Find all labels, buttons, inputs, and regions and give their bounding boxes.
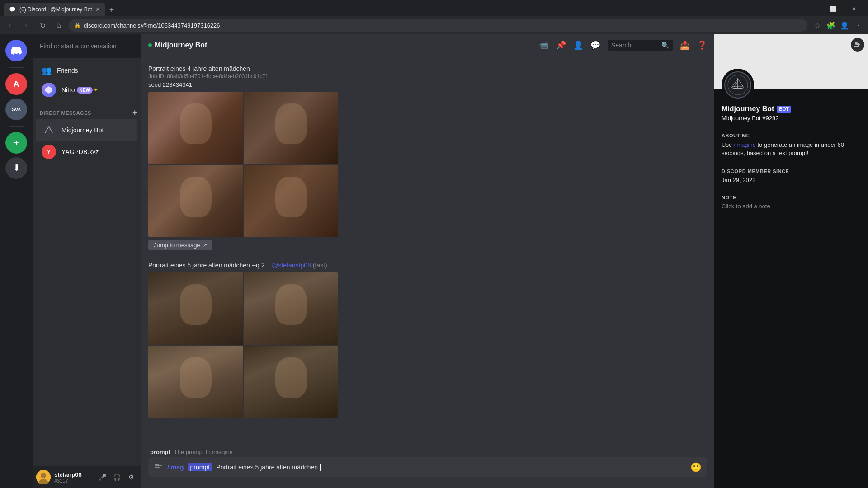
yagpdb-name: YAGPDB.xyz (61, 148, 99, 155)
top-bar: Midjourney Bot 📹 📌 👤 💬 Search 🔍 📥 ❓ (141, 34, 714, 56)
about-me-title: ABOUT ME (722, 133, 861, 138)
yagpdb-avatar: Y (42, 145, 56, 159)
note-title: NOTE (722, 195, 861, 200)
videocall-icon[interactable]: 📹 (539, 40, 549, 50)
address-text: discord.com/channels/@me/106344374919731… (84, 22, 220, 29)
server-icon-svs[interactable]: Svs (5, 99, 27, 120)
svg-rect-0 (42, 123, 56, 137)
home-button[interactable]: ⌂ (52, 19, 65, 32)
search-placeholder-text: Search (611, 42, 631, 49)
user-panel: stefanp08 #3117 🎤 🎧 ⚙ (33, 466, 141, 488)
face-overlay (275, 357, 307, 398)
profile-name: Midjourney Bot (722, 105, 774, 113)
settings-button[interactable]: ⚙ (125, 471, 137, 483)
dm-yagpdb[interactable]: Y YAGPDB.xyz (36, 141, 137, 163)
prompt-speed: (fast) (313, 262, 327, 269)
dm-sidebar: Find or start a conversation 👥 Friends N… (33, 34, 141, 488)
text-cursor (320, 464, 321, 471)
add-friend-button[interactable] (851, 38, 864, 52)
message-group-1: Portrait eines 4 jahre alten mädchen Job… (141, 63, 714, 252)
note-section: NOTE Click to add a note (714, 189, 868, 215)
external-link-icon: ↗ (203, 242, 207, 248)
prompt-user[interactable]: @stefanstp08 (272, 262, 311, 269)
svg-rect-5 (155, 464, 159, 465)
emoji-button[interactable]: 🙂 (690, 462, 702, 473)
add-member-icon[interactable]: 👤 (573, 40, 583, 50)
discord-home-icon[interactable] (5, 40, 27, 61)
user-tag: #3117 (54, 478, 92, 483)
nitro-badge: NEW (77, 87, 93, 94)
mute-button[interactable]: 🎤 (96, 471, 108, 483)
more-icon[interactable]: ⋮ (852, 19, 864, 32)
generated-image-2-3[interactable] (148, 346, 243, 418)
deafen-button[interactable]: 🎧 (110, 471, 123, 483)
image-grid-2[interactable] (148, 272, 338, 418)
profile-name-row: Midjourney Bot BOT (722, 105, 861, 113)
profile-avatar (724, 71, 751, 99)
dm-midjourney-bot[interactable]: Midjourney Bot (36, 119, 137, 141)
friends-button[interactable]: 👥 Friends (36, 62, 137, 79)
chat-messages: Portrait eines 4 jahre alten mädchen Job… (141, 56, 714, 449)
imagine-link[interactable]: /imagine (734, 141, 756, 148)
friends-icon: 👥 (42, 66, 52, 75)
job-id-value: 88ab3d5b-f701-4bce-8d4a-b2031bc91c71 (167, 73, 268, 80)
image-grid-1[interactable] (148, 92, 338, 237)
back-button[interactable]: ‹ (4, 19, 16, 32)
jump-to-message-button[interactable]: Jump to message ↗ (148, 240, 212, 250)
profile-discriminator-num: #9282 (762, 115, 778, 122)
minimize-button[interactable]: — (802, 2, 823, 16)
generated-image-1-4[interactable] (244, 165, 338, 237)
add-server-button[interactable]: + (5, 132, 27, 154)
help-icon[interactable]: ❓ (697, 40, 707, 50)
message-group-2: Portrait eines 5 jahre alten mädchen --q… (141, 260, 714, 420)
new-tab-button[interactable]: + (105, 4, 118, 16)
face-overlay (275, 177, 307, 217)
nav-right-icons: ☆ 🧩 👤 ⋮ (811, 19, 864, 32)
input-label-box: prompt (188, 463, 213, 471)
generated-image-1-3[interactable] (148, 165, 243, 237)
user-info: stefanp08 #3117 (54, 471, 92, 483)
seed-text: seed 228434341 (148, 81, 707, 88)
server-sidebar: A Svs + ⬇ (0, 34, 33, 488)
input-area: prompt The prompt to imagine /imag promp… (141, 449, 714, 488)
profile-icon[interactable]: 👤 (838, 19, 851, 32)
maximize-button[interactable]: ⬜ (823, 2, 844, 16)
user-controls: 🎤 🎧 ⚙ (96, 471, 137, 483)
server-icon-a[interactable]: A (5, 73, 27, 95)
member-since-section: DISCORD MEMBER SINCE Jan 29, 2022 (714, 163, 868, 189)
generated-image-1-1[interactable] (148, 92, 243, 164)
nav-bar: ‹ › ↻ ⌂ 🔒 discord.com/channels/@me/10634… (0, 16, 868, 34)
download-icon[interactable]: ⬇ (5, 157, 27, 179)
dm-icon[interactable]: 💬 (590, 40, 600, 50)
bookmark-icon[interactable]: ☆ (811, 19, 824, 32)
generated-image-2-1[interactable] (148, 272, 243, 345)
active-tab[interactable]: 💬 (6) Discord | @Midjourney Bot × (4, 3, 105, 16)
input-label-text: prompt (190, 464, 210, 471)
nitro-button[interactable]: Nitro NEW ✦ (36, 79, 137, 101)
svg-point-2 (41, 473, 46, 478)
profile-panel: Midjourney Bot BOT Midjourney Bot #9282 … (714, 34, 868, 488)
profile-bot-name-tag: Midjourney Bot (722, 115, 761, 122)
face-overlay (180, 357, 212, 398)
generated-image-2-2[interactable] (244, 272, 338, 345)
friends-label: Friends (57, 67, 78, 74)
tab-title: (6) Discord | @Midjourney Bot (19, 6, 92, 13)
new-dm-button[interactable]: + (132, 108, 137, 117)
reload-button[interactable]: ↻ (36, 19, 49, 32)
about-me-section: ABOUT ME Use /imagine to generate an ima… (714, 127, 868, 163)
generated-image-1-2[interactable] (244, 92, 338, 164)
generated-image-2-4[interactable] (244, 346, 338, 418)
message-input-box[interactable]: /imag prompt Portrait eines 5 jahre alte… (148, 457, 707, 477)
address-bar[interactable]: 🔒 discord.com/channels/@me/1063443749197… (69, 19, 807, 32)
tab-close-button[interactable]: × (96, 5, 100, 14)
main-chat-area: Midjourney Bot 📹 📌 👤 💬 Search 🔍 📥 ❓ Port… (141, 34, 714, 488)
find-conversation-input[interactable]: Find or start a conversation (36, 40, 137, 52)
close-button[interactable]: ✕ (844, 2, 864, 16)
forward-button[interactable]: › (20, 19, 33, 32)
pin-icon[interactable]: 📌 (556, 40, 566, 50)
search-input[interactable]: Search 🔍 (608, 40, 673, 51)
face-overlay (275, 284, 307, 325)
extensions-icon[interactable]: 🧩 (825, 19, 837, 32)
note-input[interactable]: Click to add a note (722, 203, 861, 210)
inbox-icon[interactable]: 📥 (680, 40, 690, 50)
